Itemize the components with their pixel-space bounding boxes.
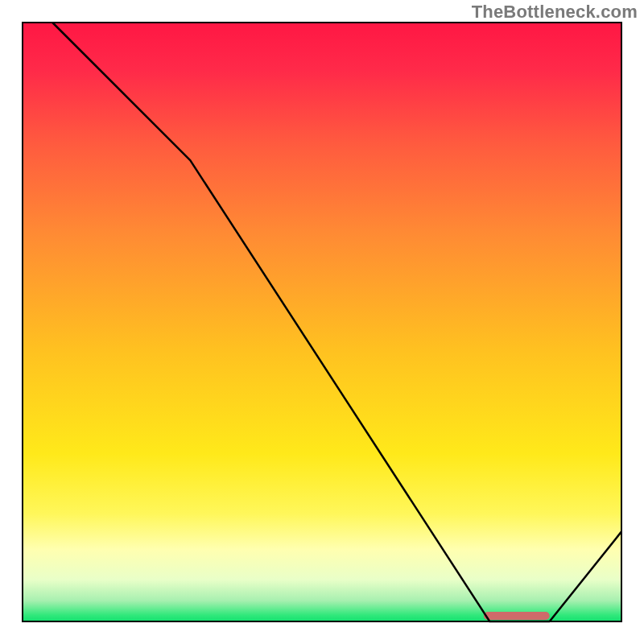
bottleneck-chart xyxy=(0,0,644,644)
chart-container: TheBottleneck.com xyxy=(0,0,644,644)
optimal-range-bar xyxy=(484,612,550,620)
plot-background xyxy=(23,23,621,621)
